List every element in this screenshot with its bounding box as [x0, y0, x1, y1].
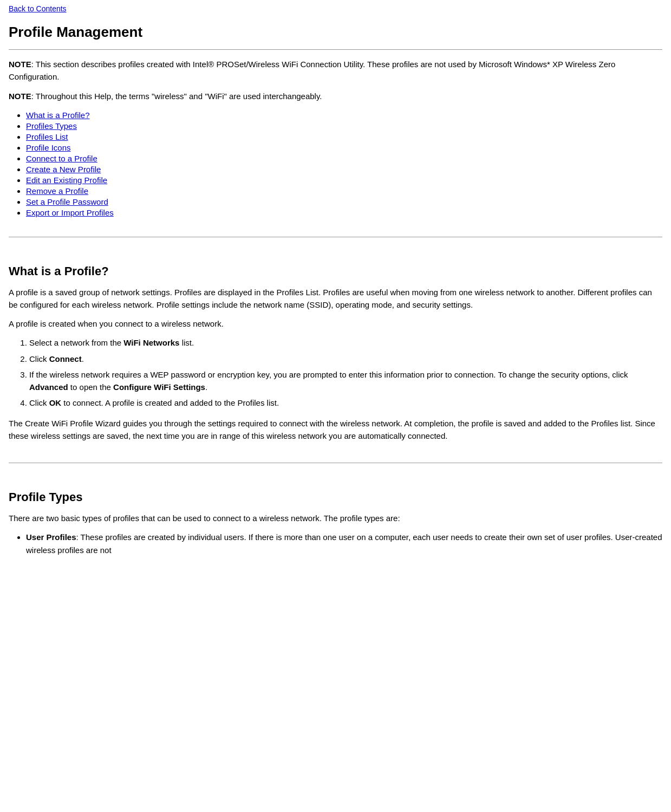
what-is-a-profile-steps: Select a network from the WiFi Networks … [29, 336, 662, 409]
profile-types-para1: There are two basic types of profiles th… [9, 512, 662, 524]
toc-link-what-is-a-profile[interactable]: What is a Profile? [26, 111, 90, 120]
toc-item: Set a Profile Password [26, 197, 662, 206]
section-title-profile-types: Profile Types [9, 490, 662, 504]
divider-after-toc [9, 237, 662, 237]
step-3: If the wireless network requires a WEP p… [29, 368, 662, 394]
toc-item: Export or Import Profiles [26, 208, 662, 217]
what-is-a-profile-para3: The Create WiFi Profile Wizard guides yo… [9, 417, 662, 443]
toc-item: Profile Icons [26, 143, 662, 152]
toc-item: Edit an Existing Profile [26, 176, 662, 185]
what-is-a-profile-para1: A profile is a saved group of network se… [9, 286, 662, 311]
section-title-what-is-a-profile: What is a Profile? [9, 264, 662, 278]
toc-link-profile-icons[interactable]: Profile Icons [26, 143, 71, 152]
toc-list: What is a Profile? Profiles Types Profil… [26, 111, 662, 217]
note-1-text: : This section describes profiles create… [9, 60, 615, 81]
toc-item: Connect to a Profile [26, 154, 662, 163]
back-to-contents-link[interactable]: Back to Contents [9, 4, 662, 13]
toc-item: Profiles List [26, 132, 662, 141]
page-title: Profile Management [9, 24, 662, 41]
note-2: NOTE: Throughout this Help, the terms "w… [9, 90, 662, 103]
note-1: NOTE: This section describes profiles cr… [9, 59, 662, 83]
profile-type-user-text: : These profiles are created by individu… [26, 532, 662, 554]
divider-top [9, 49, 662, 50]
toc-link-profiles-list[interactable]: Profiles List [26, 132, 68, 141]
toc-item: Profiles Types [26, 121, 662, 131]
step-4: Click OK to connect. A profile is create… [29, 397, 662, 409]
toc-link-create-a-new-profile[interactable]: Create a New Profile [26, 165, 101, 174]
toc-item: Remove a Profile [26, 186, 662, 196]
what-is-a-profile-para2: A profile is created when you connect to… [9, 317, 662, 330]
step-2: Click Connect. [29, 353, 662, 365]
profile-type-user-label: User Profiles [26, 532, 76, 542]
toc-link-profiles-types[interactable]: Profiles Types [26, 121, 77, 131]
toc-item: What is a Profile? [26, 111, 662, 120]
toc-link-connect-to-a-profile[interactable]: Connect to a Profile [26, 154, 97, 163]
toc-item: Create a New Profile [26, 165, 662, 174]
toc-link-export-or-import-profiles[interactable]: Export or Import Profiles [26, 208, 114, 217]
note-2-text: : Throughout this Help, the terms "wirel… [31, 92, 322, 101]
profile-type-user: User Profiles: These profiles are create… [26, 531, 662, 556]
note-2-label: NOTE [9, 92, 31, 101]
note-1-label: NOTE [9, 60, 31, 69]
toc-link-set-a-profile-password[interactable]: Set a Profile Password [26, 197, 108, 206]
toc-link-remove-a-profile[interactable]: Remove a Profile [26, 186, 88, 196]
divider-after-what-is-a-profile [9, 463, 662, 463]
toc-link-edit-an-existing-profile[interactable]: Edit an Existing Profile [26, 176, 107, 185]
profile-types-list: User Profiles: These profiles are create… [26, 531, 662, 556]
step-1: Select a network from the WiFi Networks … [29, 336, 662, 349]
